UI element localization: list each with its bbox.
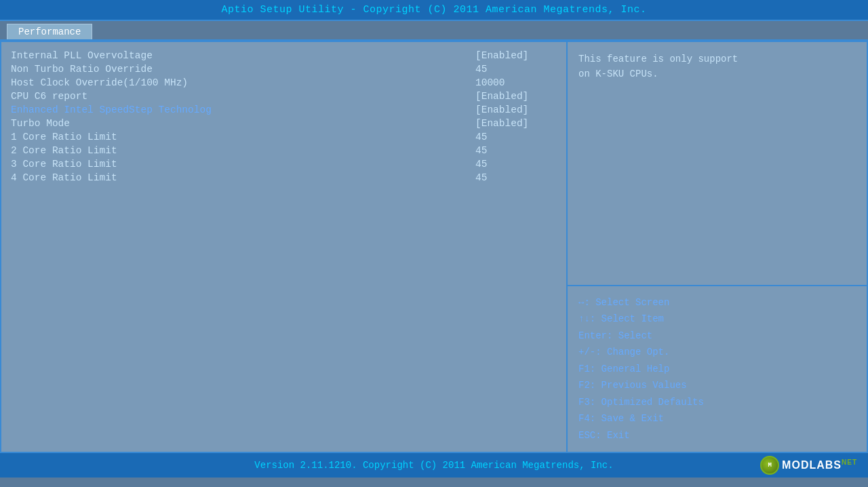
bios-row-label: Turbo Mode [11, 118, 70, 129]
bios-row[interactable]: 2 Core Ratio Limit45 [11, 144, 557, 157]
bios-row[interactable]: 3 Core Ratio Limit45 [11, 157, 557, 171]
right-panel: This feature is only supporton K-SKU CPU… [568, 42, 867, 452]
left-panel: Internal PLL Overvoltage[Enabled]Non Tur… [1, 42, 568, 452]
key-help-line: Enter: Select [578, 328, 856, 345]
bios-row-value: [Enabled] [475, 118, 557, 129]
bios-row-value: 45 [475, 132, 557, 142]
header-title: Aptio Setup Utility - Copyright (C) 2011… [221, 4, 646, 16]
tab-row: Performance [0, 21, 868, 41]
key-help-line: F3: Optimized Defaults [578, 394, 856, 411]
bios-row-value: 45 [475, 172, 557, 183]
bios-row-label: 4 Core Ratio Limit [11, 172, 117, 183]
bios-row[interactable]: Internal PLL Overvoltage[Enabled] [11, 49, 557, 62]
help-line: on K-SKU CPUs. [578, 66, 856, 81]
footer-logo: M MODLABSNET [760, 456, 857, 475]
bios-row-label: Enhanced Intel SpeedStep Technolog [11, 104, 212, 115]
bios-row-label: Internal PLL Overvoltage [11, 50, 153, 61]
bios-row-value: [Enabled] [475, 104, 557, 115]
key-help-line: ↔: Select Screen [578, 294, 856, 311]
key-help-line: F4: Save & Exit [578, 410, 856, 427]
key-help-line: F2: Previous Values [578, 377, 856, 394]
key-help-line: ↑↓: Select Item [578, 311, 856, 328]
bios-row-label: Host Clock Override(1/100 MHz) [11, 77, 188, 88]
help-line: This feature is only support [578, 52, 856, 66]
bios-row[interactable]: 4 Core Ratio Limit45 [11, 171, 557, 184]
bios-row[interactable]: Turbo Mode[Enabled] [11, 117, 557, 130]
bios-row-value: [Enabled] [475, 91, 557, 102]
bios-row[interactable]: Non Turbo Ratio Override45 [11, 62, 557, 76]
footer-bar: Version 2.11.1210. Copyright (C) 2011 Am… [0, 453, 868, 478]
bios-row-value: 45 [475, 145, 557, 156]
key-help: ↔: Select Screen↑↓: Select ItemEnter: Se… [568, 286, 867, 452]
bios-row-value: 45 [475, 64, 557, 75]
bios-row-value: [Enabled] [475, 50, 557, 61]
bios-row-label: CPU C6 report [11, 91, 87, 102]
bios-row-value: 45 [475, 159, 557, 170]
bios-row[interactable]: CPU C6 report[Enabled] [11, 90, 557, 103]
header-bar: Aptio Setup Utility - Copyright (C) 2011… [0, 0, 868, 21]
key-help-line: +/-: Change Opt. [578, 344, 856, 361]
bios-row[interactable]: 1 Core Ratio Limit45 [11, 130, 557, 144]
help-text: This feature is only supporton K-SKU CPU… [568, 42, 867, 286]
bios-row-label: Non Turbo Ratio Override [11, 64, 153, 75]
bios-row-value: 10000 [475, 77, 557, 88]
key-help-line: F1: General Help [578, 361, 856, 378]
bios-row-label: 1 Core Ratio Limit [11, 132, 117, 142]
logo-text: MODLABSNET [782, 459, 857, 471]
bios-row-label: 2 Core Ratio Limit [11, 145, 117, 156]
performance-tab[interactable]: Performance [7, 24, 92, 39]
bios-row-label: 3 Core Ratio Limit [11, 159, 117, 170]
bios-row[interactable]: Enhanced Intel SpeedStep Technolog[Enabl… [11, 103, 557, 117]
logo-icon: M [760, 456, 779, 475]
footer-text: Version 2.11.1210. Copyright (C) 2011 Am… [254, 460, 613, 471]
key-help-line: ESC: Exit [578, 427, 856, 444]
main-content: Internal PLL Overvoltage[Enabled]Non Tur… [0, 41, 868, 453]
bios-row[interactable]: Host Clock Override(1/100 MHz)10000 [11, 76, 557, 90]
